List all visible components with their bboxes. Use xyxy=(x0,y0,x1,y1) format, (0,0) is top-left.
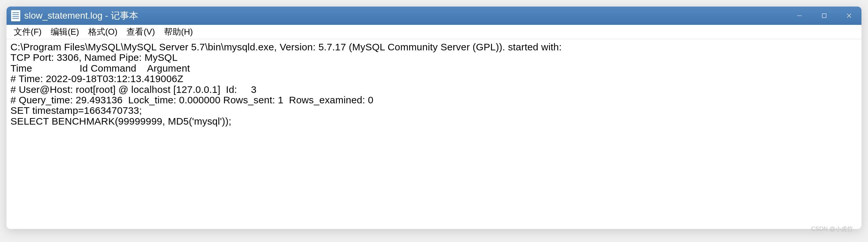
watermark: CSDN @小虎竹 xyxy=(811,225,853,233)
log-line: # User@Host: root[root] @ localhost [127… xyxy=(10,84,256,95)
notepad-icon xyxy=(11,10,20,21)
log-line: SELECT BENCHMARK(99999999, MD5('mysql'))… xyxy=(10,116,231,126)
close-button[interactable] xyxy=(837,6,862,25)
log-line: # Time: 2022-09-18T03:12:13.419006Z xyxy=(10,73,183,84)
maximize-button[interactable] xyxy=(812,6,837,25)
svg-rect-1 xyxy=(822,14,826,18)
menubar: 文件(F) 编辑(E) 格式(O) 查看(V) 帮助(H) xyxy=(6,25,862,39)
menu-help[interactable]: 帮助(H) xyxy=(159,25,197,39)
log-line: C:\Program Files\MySQL\MySQL Server 5.7\… xyxy=(10,41,562,52)
text-area[interactable]: C:\Program Files\MySQL\MySQL Server 5.7\… xyxy=(6,39,862,229)
log-line: SET timestamp=1663470733; xyxy=(10,105,142,116)
window-controls xyxy=(787,6,862,25)
notepad-window: slow_statement.log - 记事本 文件(F) 编辑(E) 格式(… xyxy=(6,6,862,229)
menu-edit[interactable]: 编辑(E) xyxy=(46,25,84,39)
log-line: Time Id Command Argument xyxy=(10,63,190,73)
menu-format[interactable]: 格式(O) xyxy=(84,25,122,39)
log-line: TCP Port: 3306, Named Pipe: MySQL xyxy=(10,52,178,63)
window-title: slow_statement.log - 记事本 xyxy=(24,9,787,22)
log-line: # Query_time: 29.493136 Lock_time: 0.000… xyxy=(10,94,374,105)
menu-file[interactable]: 文件(F) xyxy=(9,25,46,39)
titlebar[interactable]: slow_statement.log - 记事本 xyxy=(6,6,862,25)
minimize-button[interactable] xyxy=(787,6,812,25)
menu-view[interactable]: 查看(V) xyxy=(122,25,159,39)
